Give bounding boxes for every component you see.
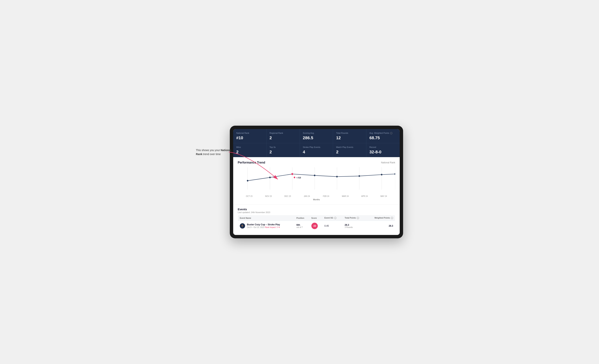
event-sg: 0.45 bbox=[323, 221, 343, 231]
svg-point-15 bbox=[381, 174, 382, 176]
x-label-apr24: APR 24 bbox=[355, 195, 374, 197]
tablet-device: National Rank #10 Regional Rank 2 Scorin… bbox=[230, 126, 403, 239]
stat-total-rounds: Total Rounds 12 bbox=[333, 129, 366, 143]
svg-point-14 bbox=[359, 175, 360, 177]
x-label-jan24: JAN 24 bbox=[297, 195, 317, 197]
table-header-row: Event Name Position Score Event SG i Tot… bbox=[238, 215, 395, 221]
col-position: Position bbox=[295, 215, 309, 221]
x-label-dec23: DEC 23 bbox=[278, 195, 297, 197]
info-icon: i bbox=[357, 217, 359, 219]
annotation-text: This shows you your National Rank trend … bbox=[196, 148, 234, 156]
event-name-text: Buster Cozy Cup – Stroke Play Oct 9 – Oc… bbox=[247, 223, 280, 229]
svg-point-16 bbox=[395, 173, 395, 175]
col-event-name: Event Name bbox=[238, 215, 295, 221]
svg-point-12 bbox=[314, 175, 315, 176]
svg-point-13 bbox=[336, 176, 338, 178]
stat-stroke-play-events: Stroke Play Events 4 bbox=[300, 143, 333, 157]
event-total-points: 28.3 3 Rounds bbox=[343, 221, 366, 231]
stat-match-play-events: Match Play Events 2 bbox=[333, 143, 366, 157]
stat-national-rank: National Rank #10 bbox=[233, 129, 266, 143]
performance-chart: • #10 bbox=[238, 167, 395, 194]
x-label-may24: MAY 24 bbox=[374, 195, 393, 197]
svg-point-9 bbox=[247, 180, 248, 182]
svg-point-11 bbox=[291, 173, 293, 175]
info-icon: i bbox=[391, 217, 393, 219]
stat-avg-weighted-points: Avg. Weighted Points i 68.75 bbox=[366, 129, 400, 143]
axis-title: Months bbox=[238, 198, 395, 201]
tablet-screen: National Rank #10 Regional Rank 2 Scorin… bbox=[233, 129, 400, 235]
events-updated: Last updated: 24th November 2023 bbox=[238, 211, 395, 213]
col-event-sg: Event SG i bbox=[323, 215, 343, 221]
x-label-oct23: OCT 23 bbox=[240, 195, 259, 197]
score-badge: -22 bbox=[311, 223, 318, 229]
info-icon: i bbox=[334, 217, 336, 219]
performance-title: Performance Trend bbox=[238, 161, 265, 164]
stat-record: Record 32-8-0 bbox=[366, 143, 400, 157]
info-icon: i bbox=[390, 132, 392, 134]
event-position: 6th out of 7 bbox=[295, 221, 309, 231]
svg-point-10 bbox=[269, 177, 271, 178]
table-row: 🏌 Buster Cozy Cup – Stroke Play Oct 9 – … bbox=[238, 221, 395, 231]
col-weighted-points: Weighted Points i bbox=[366, 215, 395, 221]
events-header: Events Last updated: 24th November 2023 bbox=[238, 204, 395, 215]
events-title: Events bbox=[238, 208, 395, 211]
stat-top3s: Top 3s 2 bbox=[266, 143, 300, 157]
performance-section: Performance Trend National Rank bbox=[233, 157, 400, 204]
svg-text:• #10: • #10 bbox=[296, 177, 301, 179]
x-label-nov23: NOV 23 bbox=[259, 195, 278, 197]
performance-header: Performance Trend National Rank bbox=[238, 161, 395, 164]
stat-regional-rank: Regional Rank 2 bbox=[266, 129, 300, 143]
stat-wins: Wins 2 bbox=[233, 143, 266, 157]
col-score: Score bbox=[309, 215, 323, 221]
stat-scoring-avg: Scoring Avg. 286.5 bbox=[300, 129, 333, 143]
performance-rank-label: National Rank bbox=[381, 161, 395, 164]
page-wrapper: This shows you your National Rank trend … bbox=[196, 126, 403, 239]
event-weighted-points: 28.3 bbox=[366, 221, 395, 231]
x-axis-labels: OCT 23 NOV 23 DEC 23 JAN 24 FEB 24 MAR 2… bbox=[238, 195, 395, 197]
events-table: Event Name Position Score Event SG i Tot… bbox=[238, 215, 395, 231]
events-section: Events Last updated: 24th November 2023 … bbox=[233, 204, 400, 235]
event-icon: 🏌 bbox=[240, 223, 245, 229]
event-score: -22 bbox=[309, 221, 323, 231]
col-total-points: Total Points i bbox=[343, 215, 366, 221]
chart-svg: • #10 bbox=[238, 167, 395, 194]
event-name-cell: 🏌 Buster Cozy Cup – Stroke Play Oct 9 – … bbox=[238, 221, 295, 231]
stats-row-2: Wins 2 Top 3s 2 Stroke Play Events 4 Mat… bbox=[233, 143, 400, 157]
x-label-feb24: FEB 24 bbox=[317, 195, 336, 197]
x-label-mar24: MAR 24 bbox=[336, 195, 355, 197]
stats-row-1: National Rank #10 Regional Rank 2 Scorin… bbox=[233, 129, 400, 143]
svg-point-17 bbox=[294, 177, 295, 178]
